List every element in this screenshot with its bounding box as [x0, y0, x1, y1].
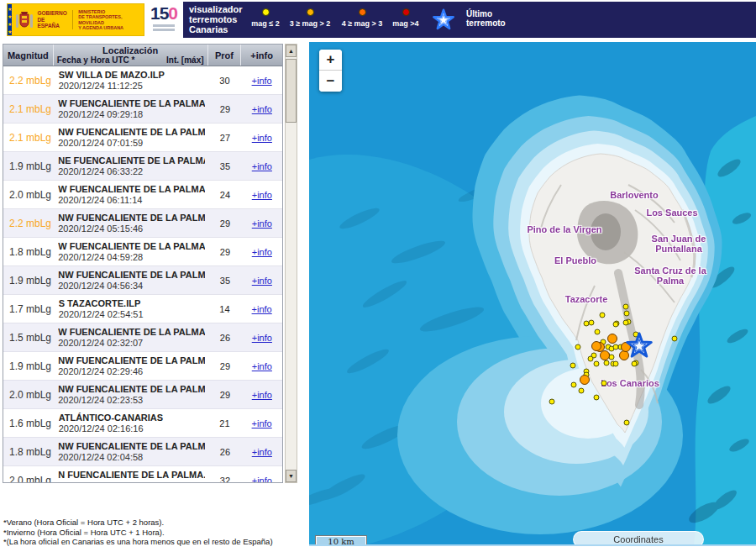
- quake-marker-small[interactable]: [589, 320, 595, 326]
- quake-marker-small[interactable]: [613, 322, 619, 328]
- depth-cell: 29: [208, 381, 241, 408]
- map-canvas[interactable]: BarloventoLos SaucesPino de la VirgenSan…: [309, 42, 756, 546]
- info-link[interactable]: +info: [252, 161, 272, 171]
- quake-marker-small[interactable]: [624, 311, 630, 317]
- table-row: 2.0 mbLgW FUENCALIENTE DE LA PALMA.ILP20…: [3, 181, 282, 209]
- info-link[interactable]: +info: [252, 276, 272, 286]
- info-link[interactable]: +info: [252, 190, 272, 200]
- location-name: NW FUENCALIENTE DE LA PALMA.IL: [58, 127, 205, 138]
- location-cell: N FUENCALIENTE DE LA PALMA.ILP: [53, 466, 208, 483]
- scrollbar-thumb[interactable]: [286, 59, 297, 123]
- location-cell: NW FUENCALIENTE DE LA PALMA.IL2020/12/24…: [53, 209, 208, 237]
- quake-marker-small[interactable]: [600, 313, 606, 318]
- last-quake-star-icon: [429, 6, 458, 34]
- magnitude-cell: 2.2 mbLg: [3, 66, 54, 94]
- table-row: 1.6 mbLgATLÁNTICO-CANARIAS2020/12/24 02:…: [3, 409, 282, 438]
- map-zoom-control: + −: [319, 50, 342, 92]
- magnitude-cell: 2.0 mbLg: [3, 466, 53, 483]
- bathymetry-map-image: [309, 42, 756, 546]
- quake-marker-small[interactable]: [604, 360, 610, 366]
- location-name: W FUENCALIENTE DE LA PALMA.ILP: [58, 184, 205, 195]
- quake-marker-medium[interactable]: [580, 375, 590, 385]
- quake-marker-small[interactable]: [613, 344, 619, 350]
- last-quake-star-marker[interactable]: [622, 329, 656, 363]
- magnitude-dot-icon: [359, 8, 366, 16]
- quake-marker-small[interactable]: [570, 363, 576, 369]
- info-link[interactable]: +info: [252, 390, 272, 400]
- depth-cell: 32: [208, 466, 241, 483]
- magnitude-cell: 1.8 mbLg: [3, 438, 53, 465]
- quake-marker-medium[interactable]: [600, 350, 610, 360]
- quake-marker-small[interactable]: [571, 382, 577, 388]
- ign-150-logo: 150: [150, 3, 178, 36]
- magnitude-cell: 1.9 mbLg: [3, 352, 53, 380]
- info-cell: +info: [242, 323, 282, 351]
- info-link[interactable]: +info: [252, 333, 272, 343]
- info-link[interactable]: +info: [252, 133, 272, 143]
- info-cell: +info: [241, 409, 282, 437]
- magnitude-dot-icon: [402, 8, 410, 16]
- quake-marker-small[interactable]: [672, 336, 678, 342]
- quake-marker-small[interactable]: [613, 361, 619, 367]
- info-link[interactable]: +info: [252, 418, 272, 428]
- quake-marker-small[interactable]: [549, 399, 555, 405]
- location-name: NE FUENCALIENTE DE LA PALMA.IL: [58, 155, 205, 166]
- magnitude-cell: 2.0 mbLg: [3, 381, 53, 408]
- info-link[interactable]: +info: [252, 76, 272, 86]
- quake-marker-small[interactable]: [601, 381, 607, 386]
- ministry-name: MINISTERIO DE TRANSPORTES, MOVILIDAD Y A…: [78, 9, 143, 31]
- info-link[interactable]: +info: [252, 104, 272, 114]
- magnitude-cell: 2.1 mbLg: [3, 124, 53, 151]
- info-link[interactable]: +info: [252, 361, 272, 371]
- location-cell: NW FUENCALIENTE DE LA PALMA.IL2020/12/24…: [53, 124, 208, 151]
- table-scrollbar[interactable]: ▲ ▼: [285, 44, 297, 483]
- location-cell: ATLÁNTICO-CANARIAS2020/12/24 02:16:16: [54, 409, 208, 437]
- quake-marker-small[interactable]: [588, 356, 594, 362]
- quake-marker-small[interactable]: [595, 329, 601, 335]
- depth-cell: 14: [208, 295, 242, 323]
- quake-marker-small[interactable]: [623, 320, 629, 326]
- scroll-up-button[interactable]: ▲: [286, 45, 297, 57]
- time-footnotes: *Verano (Hora Oficial = Hora UTC + 2 hor…: [3, 518, 273, 547]
- quake-marker-medium[interactable]: [607, 334, 617, 344]
- location-name: W FUENCALIENTE DE LA PALMA.ILP: [58, 327, 205, 338]
- quake-marker-small[interactable]: [579, 388, 585, 394]
- magnitude-cell: 2.1 mbLg: [3, 95, 53, 123]
- info-cell: +info: [242, 352, 282, 380]
- info-link[interactable]: +info: [252, 476, 272, 484]
- quake-marker-small[interactable]: [594, 361, 600, 367]
- info-cell: +info: [242, 95, 282, 123]
- location-datetime: 2020/12/24 06:33:22: [58, 166, 205, 177]
- ign-logo-caption-bars: [153, 24, 175, 31]
- info-link[interactable]: +info: [252, 304, 272, 314]
- info-link[interactable]: +info: [252, 447, 272, 457]
- quake-marker-small[interactable]: [575, 344, 581, 350]
- quake-marker-medium[interactable]: [591, 341, 601, 351]
- earthquake-table: Magnitud Localización Fecha y Hora UTC *…: [3, 44, 283, 483]
- government-name: GOBIERNO DE ESPAÑA: [37, 10, 73, 29]
- table-row: 1.5 mbLgW FUENCALIENTE DE LA PALMA.ILP20…: [3, 323, 282, 352]
- info-link[interactable]: +info: [252, 218, 272, 229]
- magnitude-cell: 1.8 mbLg: [3, 238, 53, 265]
- table-header: Magnitud Localización Fecha y Hora UTC *…: [3, 45, 282, 66]
- location-cell: NW FUENCALIENTE DE LA PALMA.IL2020/12/24…: [53, 381, 208, 408]
- info-cell: +info: [242, 238, 282, 265]
- location-name: NW FUENCALIENTE DE LA PALMA.IL: [58, 355, 205, 366]
- quake-marker-small[interactable]: [623, 304, 629, 310]
- quake-marker-small[interactable]: [594, 395, 600, 401]
- depth-cell: 29: [208, 238, 241, 265]
- last-quake-legend-label: Último terremoto: [466, 9, 506, 28]
- depth-cell: 29: [208, 209, 241, 237]
- quake-marker-small[interactable]: [624, 420, 630, 426]
- info-link[interactable]: +info: [252, 247, 272, 257]
- info-cell: +info: [241, 295, 282, 323]
- location-cell: NW FUENCALIENTE DE LA PALMA.IL2020/12/24…: [53, 438, 208, 465]
- zoom-in-button[interactable]: +: [319, 50, 342, 71]
- magnitude-cell: 2.2 mbLg: [3, 209, 53, 237]
- location-datetime: 2020/12/24 09:29:18: [58, 109, 205, 120]
- coordinates-button[interactable]: Coordinates: [573, 531, 704, 546]
- zoom-out-button[interactable]: −: [319, 71, 342, 92]
- depth-cell: 29: [208, 352, 241, 380]
- scroll-down-button[interactable]: ▼: [286, 470, 297, 482]
- location-datetime: 2020/12/24 05:15:46: [58, 223, 205, 234]
